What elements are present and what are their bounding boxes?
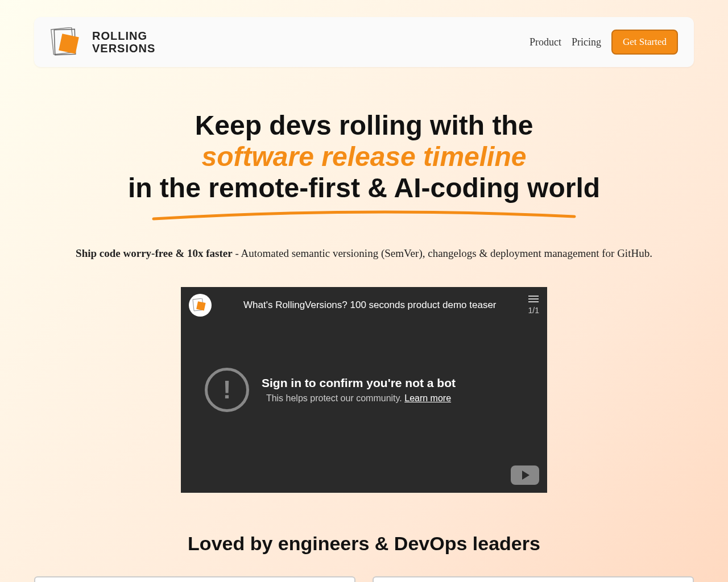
subhead-bold: Ship code worry-free & 10x faster <box>76 247 233 259</box>
brand[interactable]: ROLLING VERSIONS <box>50 27 155 57</box>
hero-line3: in the remote-first & AI-coding world <box>128 173 600 203</box>
video-warning: ! Sign in to confirm you're not a bot Th… <box>205 368 523 412</box>
playlist-count: 1/1 <box>528 306 539 315</box>
youtube-icon[interactable] <box>511 465 539 485</box>
learn-more-link[interactable]: Learn more <box>404 393 451 403</box>
testimonial-card <box>34 576 355 582</box>
testimonials-heading: Loved by engineers & DevOps leaders <box>0 533 728 555</box>
svg-rect-2 <box>59 34 79 54</box>
video-title: What's RollingVersions? 100 seconds prod… <box>218 300 522 311</box>
testimonial-card <box>373 576 694 582</box>
video-embed[interactable]: What's RollingVersions? 100 seconds prod… <box>181 287 547 493</box>
hero-line1: Keep devs rolling with the <box>195 110 533 140</box>
testimonial-cards <box>0 576 728 582</box>
warning-title: Sign in to confirm you're not a bot <box>262 376 456 390</box>
brand-line2: VERSIONS <box>92 42 155 55</box>
hero-heading: Keep devs rolling with the software rele… <box>34 110 694 204</box>
nav-pricing[interactable]: Pricing <box>572 36 601 48</box>
warning-icon: ! <box>205 368 249 412</box>
brand-text: ROLLING VERSIONS <box>92 30 155 55</box>
channel-avatar-icon <box>189 294 212 317</box>
nav-links: Product Pricing Get Started <box>530 30 678 55</box>
hero-subhead: Ship code worry-free & 10x faster - Auto… <box>34 247 694 260</box>
get-started-button[interactable]: Get Started <box>611 30 678 55</box>
brand-line1: ROLLING <box>92 30 155 42</box>
subhead-rest: - Automated semantic versioning (SemVer)… <box>233 247 652 259</box>
video-header: What's RollingVersions? 100 seconds prod… <box>189 294 539 317</box>
underline-icon <box>148 209 580 222</box>
hero-line2: software release timeline <box>202 142 527 172</box>
nav-product[interactable]: Product <box>530 36 561 48</box>
logo-icon <box>50 27 84 57</box>
navbar: ROLLING VERSIONS Product Pricing Get Sta… <box>34 17 694 67</box>
playlist-icon <box>528 296 539 304</box>
svg-rect-4 <box>196 301 205 310</box>
playlist-indicator[interactable]: 1/1 <box>528 296 539 315</box>
warning-subtitle: This helps protect our community. Learn … <box>262 393 456 404</box>
hero: Keep devs rolling with the software rele… <box>0 110 728 493</box>
